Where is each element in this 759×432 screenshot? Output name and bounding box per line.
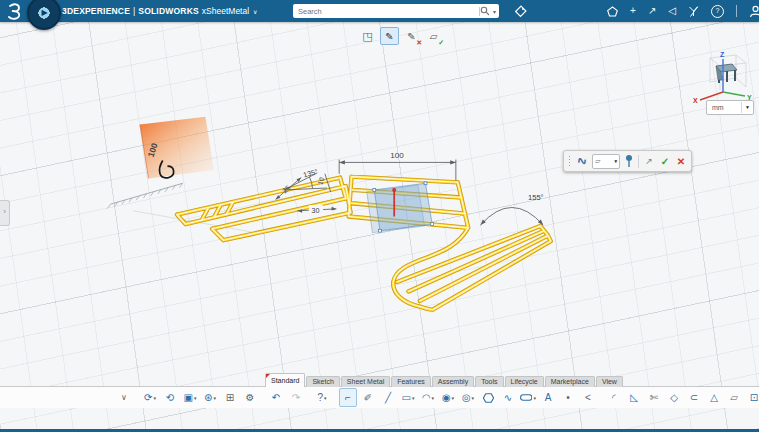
edit-sketch-button[interactable]: ✎ [380,27,399,45]
new-button[interactable]: ⟳▾ [141,388,159,407]
point-tool[interactable]: • [559,388,577,407]
settings-button[interactable]: ⚙ [241,388,259,407]
corner-tool[interactable]: < [579,388,597,407]
open-button[interactable]: ⟲ [161,388,179,407]
plane-handles[interactable] [373,182,434,232]
rectangle-caret-icon[interactable]: ▾ [412,395,415,401]
app-title: 3DEXPERIENCE | SOLIDWORKS xSheetMetal ∨ [62,0,258,22]
viewport-3d[interactable]: 100 100 [0,22,759,429]
action-bar-tabs: Standard Sketch Sheet Metal Features Ass… [265,374,624,387]
tab-marketplace[interactable]: Marketplace [545,376,595,387]
mirror-tool[interactable]: △ [705,388,723,407]
profile-icon[interactable] [749,5,759,18]
polygon-tool[interactable] [479,388,497,407]
tab-assembly[interactable]: Assembly [432,376,474,387]
reorient-sketch-button[interactable]: ◳ [358,27,377,45]
reference-plane-orange[interactable]: 100 [140,117,214,179]
send-to-icon[interactable]: ◁ [668,6,676,16]
sketch-profile-tool[interactable]: ⌐ [339,388,357,407]
help-button[interactable]: ?▾ [313,388,331,407]
help-caret-icon[interactable]: ▾ [324,395,327,401]
units-dropdown[interactable]: mm ▼ [706,100,754,115]
tab-sheet-metal[interactable]: Sheet Metal [341,376,390,387]
arc-caret-icon[interactable]: ▾ [432,395,435,401]
3ds-logo[interactable] [4,2,26,20]
undo-button[interactable]: ↶ [267,388,285,407]
sketch-plane[interactable] [367,182,434,233]
save-button[interactable]: ▣▾ [181,388,199,407]
chamfer-tool[interactable]: ◺ [625,388,643,407]
cancel-button[interactable]: ✕ [675,153,687,169]
tab-standard[interactable]: Standard [265,373,305,387]
ellipse-tool[interactable]: ◎▾ [459,388,477,407]
plane-size-label: 100 [146,141,160,158]
units-caret-icon[interactable]: ▼ [741,102,753,113]
text-tool[interactable]: A [539,388,557,407]
line-tool[interactable]: ╱ [379,388,397,407]
sketch-assistant-tool[interactable]: ✐ [359,388,377,407]
search-icon[interactable] [480,6,490,16]
plane-selector-dropdown[interactable]: ▱ ▾ [592,154,620,169]
sketch-3d-button[interactable]: ∿ [574,152,590,170]
dimension-flange[interactable]: 25 [274,176,302,201]
ellipse-caret-icon[interactable]: ▾ [472,395,475,401]
units-value: mm [707,104,741,111]
dimension-right-angle[interactable]: 155° [479,193,545,226]
search-input[interactable] [293,7,479,16]
drag-handle[interactable] [568,155,572,167]
circle-caret-icon[interactable]: ▾ [452,395,455,401]
svg-text:10: 10 [316,176,325,185]
spline-tool[interactable]: ∿ [499,388,517,407]
project-tool[interactable]: ▱ [725,388,743,407]
slot-caret-icon[interactable]: ▾ [533,395,536,401]
dimension-top-width[interactable]: 100 [339,151,456,181]
collapse-toolbar-button[interactable]: ∨ [115,388,133,407]
rectangle-tool[interactable]: ▭▾ [399,388,417,407]
new-caret-icon[interactable]: ▾ [153,395,156,401]
slot-tool[interactable]: ▾ [519,388,537,407]
expand-button[interactable]: ↗ [643,153,655,169]
tab-sketch[interactable]: Sketch [306,376,339,387]
tab-tools[interactable]: Tools [475,376,503,387]
new-icon: ⟳ [144,393,152,403]
panel-expand-handle[interactable]: › [0,200,10,226]
save-caret-icon[interactable]: ▾ [194,395,197,401]
search-options-caret[interactable]: ▾ [493,8,496,15]
sketch-profile-icon: ⌐ [345,393,351,403]
tag-icon[interactable] [514,5,527,18]
convert-entities-tool[interactable]: ◇ [665,388,683,407]
dimension-bend-gap[interactable]: 10 [316,174,330,192]
app-name[interactable]: xSheetMetal [202,6,249,16]
view-triad[interactable]: Z X Y [692,50,756,104]
share-icon[interactable]: ↗ [648,6,656,16]
tab-view[interactable]: View [596,376,623,387]
tab-features[interactable]: Features [391,376,431,387]
app-menu-caret[interactable]: ∨ [253,8,257,15]
exit-sketch-discard-button[interactable]: ✎ ✕ [402,27,421,45]
pin-button[interactable] [624,154,634,168]
instantiate-tool[interactable]: ⊡ [745,388,759,407]
exit-sketch-icon: ✎ [407,31,415,42]
fillet-tool[interactable]: ◜ [605,388,623,407]
confirm-button[interactable]: ✓ [659,153,671,169]
offset-tool[interactable]: ⊂ [685,388,703,407]
tab-lifecycle[interactable]: Lifecycle [505,376,544,387]
help-icon[interactable]: ? [711,5,724,18]
redo-button[interactable]: ↷ [287,388,305,407]
sheet-metal-sketch[interactable] [177,177,551,310]
update-button[interactable]: ⊛▾ [201,388,219,407]
export-button[interactable]: ⊞ [221,388,239,407]
exit-sketch-accept-button[interactable]: ▱ ✓ [424,27,443,45]
circle-tool[interactable]: ◉▾ [439,388,457,407]
dimension-left-angle[interactable]: 135° [284,168,327,190]
update-caret-icon[interactable]: ▾ [213,395,216,401]
trim-tool[interactable]: ✄ [645,388,663,407]
arc-tool[interactable]: ◠▾ [419,388,437,407]
dimensions[interactable]: 100 135° 25 10 30 [274,151,544,227]
apps-pentagon-icon[interactable] [607,6,618,17]
dimension-tab-width[interactable]: 30 [297,205,336,215]
add-icon[interactable]: + [630,6,636,16]
origin-marker[interactable] [392,188,396,217]
search-box[interactable]: ▾ [293,4,499,18]
collaborate-icon[interactable] [688,6,699,17]
